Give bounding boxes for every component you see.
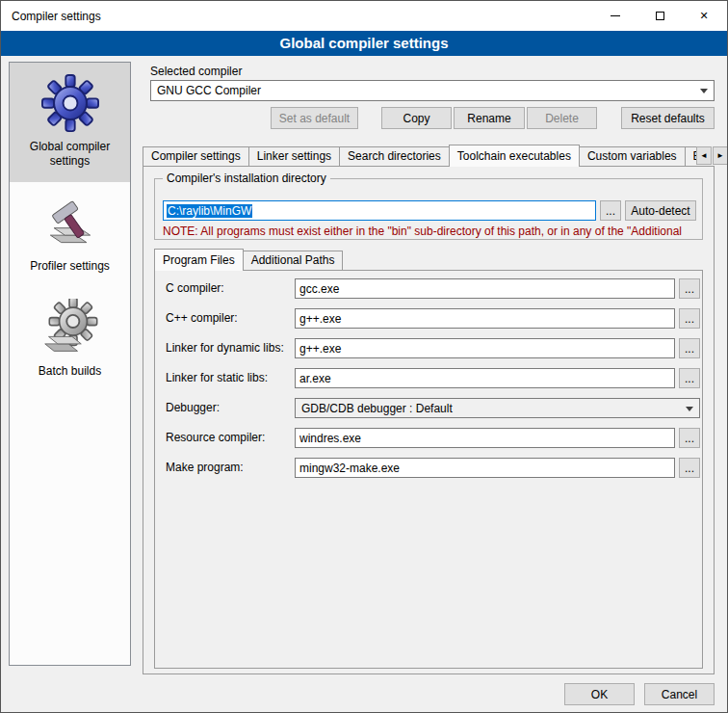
debugger-value: GDB/CDB debugger : Default [301, 402, 453, 415]
resource-compiler-label: Resource compiler: [166, 431, 265, 444]
close-icon: ✕ [699, 11, 708, 21]
sidebar-item-label: Batch builds [39, 364, 101, 379]
maximize-button[interactable] [637, 2, 682, 30]
static-linker-browse-button[interactable]: ... [679, 368, 700, 388]
resource-compiler-row: Resource compiler: ... [154, 428, 703, 448]
tab-additional-paths[interactable]: Additional Paths [243, 251, 344, 270]
c-compiler-label: C compiler: [166, 281, 224, 295]
installation-directory-input[interactable]: C:\raylib\MinGW [163, 200, 596, 221]
resource-compiler-input[interactable] [295, 428, 675, 448]
auto-detect-button[interactable]: Auto-detect [625, 200, 696, 221]
selected-compiler-combobox[interactable]: GNU GCC Compiler [150, 80, 715, 101]
tab-custom-variables[interactable]: Custom variables [579, 146, 686, 166]
c-compiler-row: C compiler: ... [154, 278, 703, 299]
rename-button[interactable]: Rename [454, 107, 525, 129]
ok-button[interactable]: OK [564, 683, 635, 705]
cancel-button[interactable]: Cancel [644, 683, 715, 705]
tab-scroll-right-button[interactable]: ► [713, 146, 728, 165]
tab-compiler-settings[interactable]: Compiler settings [143, 146, 249, 166]
debugger-row: Debugger: GDB/CDB debugger : Default [154, 398, 703, 418]
installation-directory-browse-button[interactable]: ... [600, 200, 621, 221]
close-button[interactable]: ✕ [682, 2, 726, 30]
chevron-down-icon [686, 407, 693, 411]
sidebar-item-label: Global compiler settings [13, 140, 126, 169]
window-controls: ✕ [593, 2, 726, 30]
installation-directory-groupbox: Compiler's installation directory C:\ray… [154, 178, 703, 240]
titlebar: Compiler settings ✕ [1, 1, 727, 31]
dynamic-linker-label: Linker for dynamic libs: [166, 341, 284, 355]
dynamic-linker-row: Linker for dynamic libs: ... [154, 338, 703, 358]
cpp-compiler-label: C++ compiler: [166, 311, 238, 325]
bin-subdirectory-note: NOTE: All programs must exist either in … [163, 224, 696, 238]
c-compiler-browse-button[interactable]: ... [679, 278, 700, 299]
profiler-tool-icon [41, 194, 99, 251]
resource-compiler-browse-button[interactable]: ... [679, 428, 700, 448]
sidebar-item-batch-builds[interactable]: Batch builds [10, 287, 130, 392]
chevron-down-icon [700, 89, 708, 93]
tab-scroll-left-button[interactable]: ◄ [696, 146, 712, 165]
blue-gear-icon [41, 74, 99, 132]
installation-directory-selected-text: C:\raylib\MinGW [167, 204, 252, 218]
cpp-compiler-input[interactable] [295, 308, 675, 329]
selected-compiler-label: Selected compiler [150, 65, 242, 78]
tab-build-options-truncated[interactable]: Buil [685, 146, 696, 166]
tab-search-directories[interactable]: Search directories [339, 146, 450, 166]
program-files-tabs: Program Files Additional Paths [154, 248, 443, 271]
window-title: Compiler settings [12, 10, 101, 23]
settings-category-list: Global compiler settings Profiler settin… [9, 62, 131, 666]
make-program-row: Make program: ... [154, 458, 703, 478]
reset-defaults-button[interactable]: Reset defaults [621, 107, 715, 129]
sidebar-item-global-compiler-settings[interactable]: Global compiler settings [10, 63, 130, 182]
set-as-default-button: Set as default [271, 107, 358, 129]
make-program-input[interactable] [295, 458, 675, 478]
minimize-icon [611, 15, 620, 16]
dynamic-linker-input[interactable] [295, 338, 675, 358]
make-program-label: Make program: [166, 461, 244, 474]
selected-compiler-value: GNU GCC Compiler [157, 84, 261, 97]
minimize-button[interactable] [593, 2, 637, 30]
compiler-tabs: Compiler settings Linker settings Search… [143, 144, 696, 167]
maximize-icon [656, 12, 664, 20]
static-linker-row: Linker for static libs: ... [154, 368, 703, 388]
cpp-compiler-row: C++ compiler: ... [154, 308, 703, 329]
static-linker-input[interactable] [295, 368, 675, 388]
make-program-browse-button[interactable]: ... [679, 458, 700, 478]
debugger-label: Debugger: [166, 401, 220, 414]
static-linker-label: Linker for static libs: [166, 371, 268, 384]
debugger-combobox[interactable]: GDB/CDB debugger : Default [295, 398, 700, 418]
tab-toolchain-executables[interactable]: Toolchain executables [449, 145, 580, 167]
gray-gear-icon [41, 299, 99, 356]
sidebar-item-profiler-settings[interactable]: Profiler settings [10, 182, 130, 287]
compiler-settings-dialog: Compiler settings ✕ Global compiler sett… [0, 0, 728, 713]
installation-directory-group-title: Compiler's installation directory [163, 172, 330, 185]
copy-button[interactable]: Copy [381, 107, 452, 129]
tab-linker-settings[interactable]: Linker settings [248, 146, 340, 166]
cpp-compiler-browse-button[interactable]: ... [679, 308, 700, 329]
c-compiler-input[interactable] [295, 278, 675, 299]
sidebar-item-label: Profiler settings [30, 259, 110, 274]
delete-button: Delete [527, 107, 597, 129]
page-title: Global compiler settings [1, 31, 727, 56]
tab-program-files[interactable]: Program Files [154, 249, 244, 271]
dynamic-linker-browse-button[interactable]: ... [679, 338, 700, 358]
